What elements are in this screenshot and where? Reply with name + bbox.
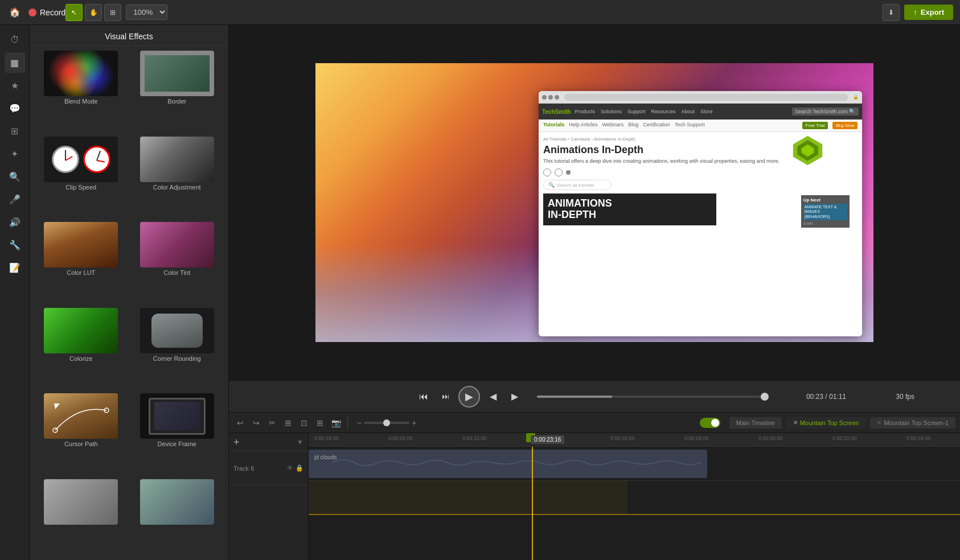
effect-clip-speed[interactable]: Clip Speed — [34, 137, 128, 220]
redo-button[interactable]: ↪ — [249, 416, 263, 430]
time-display: 00:23 / 01:11 — [806, 393, 846, 401]
browser-window: 🔒 TechSmith Products Solutions Support R… — [539, 91, 862, 336]
undo-button[interactable]: ↩ — [233, 416, 247, 430]
tab-main-timeline[interactable]: Main Timeline — [729, 417, 782, 429]
toggle-thumb — [711, 419, 719, 427]
ruler-mark-0: 0:00:18:00 — [314, 435, 339, 441]
effect-cursor-path[interactable]: Cursor Path — [34, 393, 128, 477]
effect-thumb-colorize — [44, 308, 118, 353]
svg-marker-2 — [54, 403, 60, 409]
tab-mountain-top-1-close[interactable]: ✕ — [877, 419, 881, 426]
zoom-out-button[interactable]: − — [357, 418, 362, 427]
current-time: 00:23 — [806, 393, 823, 401]
collapse-button[interactable]: ▼ — [297, 438, 303, 446]
sidebar-item-captions[interactable]: 📝 — [5, 257, 25, 278]
cursor-tool-button[interactable]: ↖ — [65, 4, 83, 21]
timeline-section: ↩ ↪ ✂ ⊞ ⊡ ⊞ 📷 − + — [229, 412, 960, 560]
browser-search-box: Search TechSmith.com 🔍 — [792, 108, 859, 116]
paste-button[interactable]: ⊡ — [297, 416, 311, 430]
playback-bar: ⏮ ⏭ ▶ ◀ ▶ 00:23 / 01:11 30 fps — [229, 380, 960, 412]
nav-link-store: Store — [700, 109, 713, 114]
up-next-box: Up Next ANIMATE TEXT & IMAGES (BEHAVIORS… — [801, 195, 850, 228]
play-button[interactable]: ▶ — [458, 386, 480, 407]
effect-label-color-lut: Color LUT — [67, 269, 95, 276]
playhead[interactable] — [532, 447, 533, 560]
sidebar-item-timeline[interactable]: ⏱ — [5, 30, 25, 50]
effect-color-lut[interactable]: Color LUT — [34, 222, 128, 306]
home-button[interactable]: 🏠 — [7, 5, 23, 20]
sidebar-item-favorites[interactable]: ★ — [5, 75, 25, 96]
effect-partial-2[interactable] — [130, 479, 224, 556]
effect-corner-rounding[interactable]: Corner Rounding — [130, 308, 224, 392]
toggle-switch[interactable] — [700, 418, 720, 428]
track-icons: 👁 🔒 — [287, 464, 303, 472]
sidebar-item-tools[interactable]: 🔧 — [5, 234, 25, 255]
progress-bar[interactable] — [537, 396, 765, 398]
ruler-mark-7: 0:00:32:00 — [832, 435, 857, 441]
zoom-slider[interactable] — [364, 422, 409, 424]
track-6-row: jd clouds — [309, 447, 960, 481]
track-eye-icon[interactable]: 👁 — [287, 464, 293, 472]
effect-label-blend-mode: Blend Mode — [64, 98, 98, 105]
browser-content: TechSmith Products Solutions Support Res… — [539, 104, 862, 336]
download-button[interactable]: ⬇ — [883, 4, 900, 21]
cut-button[interactable]: ✂ — [265, 416, 279, 430]
tutorial-search: 🔍 Search all tutorials — [543, 180, 612, 190]
effect-color-tint[interactable]: Color Tint — [130, 222, 224, 306]
browser-sub-nav: Tutorials Help Articles Webinars Blog Ce… — [539, 120, 862, 132]
clip-jd-clouds[interactable]: jd clouds — [309, 450, 707, 478]
hand-tool-button[interactable]: ✋ — [85, 4, 102, 21]
track-lock-icon[interactable]: 🔒 — [296, 464, 303, 472]
timeline-main: + ▼ Track 6 👁 🔒 — [229, 433, 960, 560]
nav-link-resources: Resources — [651, 109, 676, 114]
tab-mountain-top-close[interactable]: ✕ — [793, 419, 798, 426]
sub-nav-blog: Blog — [628, 122, 638, 129]
effect-blend-mode[interactable]: Blend Mode — [34, 51, 128, 134]
app-title: Record — [40, 8, 65, 17]
add-track-button[interactable]: + — [233, 437, 240, 447]
progress-fill — [537, 396, 612, 398]
effect-color-adjustment[interactable]: Color Adjustment — [130, 137, 224, 220]
sidebar-item-zoom[interactable]: 🔍 — [5, 166, 25, 187]
free-trial-btn: Free Trial — [802, 122, 828, 129]
export-label: Export — [921, 8, 944, 17]
track-extra-row — [309, 481, 960, 515]
skip-back-button[interactable]: ⏮ — [415, 388, 432, 405]
effect-label-cursor-path: Cursor Path — [64, 440, 98, 447]
tab-mountain-top[interactable]: ✕ Mountain Top Screen — [786, 417, 866, 429]
sidebar-item-comments[interactable]: 💬 — [5, 98, 25, 118]
effects-grid: Blend Mode Border — [30, 46, 228, 560]
export-button[interactable]: ↑ Export — [904, 5, 953, 20]
timestamp-marker: 0:00:23;16 — [531, 435, 564, 444]
sidebar-item-effects[interactable]: ✦ — [5, 143, 25, 164]
split-button[interactable]: ⊞ — [313, 416, 327, 430]
next-button[interactable]: ▶ — [506, 388, 523, 405]
timeline-right-panel: 0:00:23;16 0:00:18:00 0:00:20:00 0:00:22… — [309, 433, 960, 560]
sidebar-item-media[interactable]: ▦ — [5, 52, 25, 73]
effect-partial-1[interactable] — [34, 479, 128, 556]
effect-label-colorize: Colorize — [69, 355, 92, 362]
step-back-button[interactable]: ⏭ — [437, 388, 454, 405]
dot-nav — [543, 168, 858, 176]
sidebar-item-grid[interactable]: ⊞ — [5, 121, 25, 141]
effect-thumb-corner-rounding — [140, 308, 214, 353]
effects-panel: Visual Effects Blend Mode Border — [30, 25, 229, 560]
crop-tool-button[interactable]: ⊞ — [104, 4, 121, 21]
zoom-in-button[interactable]: + — [412, 418, 416, 427]
zoom-select[interactable]: 100% 75% 50% — [126, 5, 167, 20]
snapshot-button[interactable]: 📷 — [329, 416, 343, 430]
effect-device-frame[interactable]: Device Frame — [130, 393, 224, 477]
nav-link-products: Products — [575, 109, 595, 114]
effect-colorize[interactable]: Colorize — [34, 308, 128, 392]
zoom-controls: − + — [357, 418, 416, 427]
effect-label-corner-rounding: Corner Rounding — [153, 355, 201, 362]
toolbar-tools: ↖ ✋ ⊞ 100% 75% 50% — [65, 4, 167, 21]
up-next-time: 3 min. — [803, 221, 847, 225]
sidebar-item-volume[interactable]: 🔊 — [5, 212, 25, 232]
prev-button[interactable]: ◀ — [485, 388, 502, 405]
sidebar-item-mic[interactable]: 🎤 — [5, 189, 25, 209]
tab-mountain-top-1[interactable]: ✕ Mountain Top Screen-1 — [870, 417, 955, 429]
copy-button[interactable]: ⊞ — [281, 416, 295, 430]
effect-border[interactable]: Border — [130, 51, 224, 134]
timeline-tabs-row: Main Timeline ✕ Mountain Top Screen ✕ Mo… — [700, 417, 955, 429]
